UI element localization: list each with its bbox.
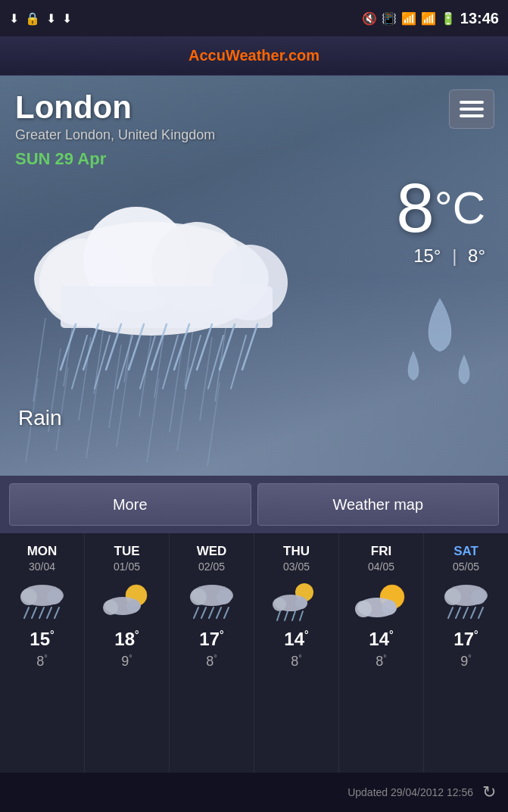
notification-icons: ⬇ 🔒 ⬇ ⬇ bbox=[9, 11, 72, 26]
svg-line-61 bbox=[217, 607, 221, 618]
temperature-scale: C bbox=[453, 182, 485, 234]
svg-point-66 bbox=[295, 597, 307, 609]
forecast-temp-low: 9° bbox=[460, 653, 471, 670]
menu-button[interactable] bbox=[449, 89, 494, 129]
refresh-icon[interactable]: ↻ bbox=[482, 782, 496, 802]
svg-line-36 bbox=[95, 336, 110, 389]
svg-line-39 bbox=[163, 336, 178, 389]
svg-line-82 bbox=[478, 607, 483, 618]
svg-line-81 bbox=[471, 607, 475, 618]
signal-icon: 📶 bbox=[421, 11, 436, 26]
weather-card: London Greater London, United Kingdom SU… bbox=[0, 76, 508, 476]
svg-line-49 bbox=[47, 607, 51, 618]
svg-point-57 bbox=[217, 589, 232, 604]
clock: 13:46 bbox=[460, 10, 499, 27]
forecast-temp-high: 14° bbox=[284, 629, 308, 650]
vibrate-icon: 📳 bbox=[382, 11, 397, 26]
weather-header: London Greater London, United Kingdom SU… bbox=[0, 76, 508, 169]
svg-line-70 bbox=[300, 611, 303, 620]
forecast-temp-low: 8° bbox=[291, 653, 301, 670]
forecast-day-thu: THU 03/05 14° 8° bbox=[254, 533, 339, 773]
svg-line-42 bbox=[231, 336, 246, 389]
weather-condition: Rain bbox=[18, 406, 62, 430]
forecast-temp-high: 17° bbox=[199, 629, 223, 650]
day-date: 05/05 bbox=[453, 561, 479, 573]
svg-line-48 bbox=[39, 607, 44, 618]
cloud-illustration bbox=[15, 195, 303, 392]
day-name: MON bbox=[27, 544, 58, 559]
svg-line-34 bbox=[242, 324, 257, 370]
app-title: AccuWeather.com bbox=[189, 47, 319, 64]
temp-low: 8° bbox=[468, 245, 485, 266]
day-name: TUE bbox=[114, 544, 140, 559]
status-bar: ⬇ 🔒 ⬇ ⬇ 🔇 📳 📶 📶 🔋 13:46 bbox=[0, 0, 508, 36]
temperature-value: 8 bbox=[397, 174, 435, 242]
svg-line-41 bbox=[208, 336, 223, 389]
lock-icon: 🔒 bbox=[25, 11, 40, 26]
forecast-icon-partly-sunny bbox=[100, 580, 154, 623]
svg-point-73 bbox=[355, 601, 372, 617]
svg-line-58 bbox=[194, 607, 198, 618]
day-name: WED bbox=[197, 544, 227, 559]
day-date: 04/05 bbox=[368, 561, 394, 573]
download-icon-2: ⬇ bbox=[46, 11, 56, 26]
download-icon-3: ⬇ bbox=[62, 11, 72, 26]
svg-line-59 bbox=[201, 607, 206, 618]
day-date: 30/04 bbox=[29, 561, 55, 573]
svg-line-27 bbox=[83, 324, 98, 370]
svg-point-56 bbox=[190, 589, 207, 605]
svg-line-50 bbox=[55, 607, 59, 618]
svg-line-67 bbox=[277, 611, 280, 620]
svg-rect-25 bbox=[61, 286, 273, 328]
svg-line-33 bbox=[220, 324, 235, 370]
system-icons: 🔇 📳 📶 📶 🔋 13:46 bbox=[362, 10, 499, 27]
menu-line-2 bbox=[460, 108, 484, 111]
svg-point-44 bbox=[20, 589, 37, 605]
svg-point-53 bbox=[103, 600, 118, 615]
svg-point-45 bbox=[47, 589, 62, 604]
svg-line-38 bbox=[140, 336, 155, 389]
forecast-temp-low: 8° bbox=[376, 653, 386, 670]
forecast-temp-high: 15° bbox=[30, 629, 54, 650]
forecast-temp-high: 14° bbox=[369, 629, 393, 650]
forecast-icon-rainy bbox=[439, 580, 494, 623]
svg-line-78 bbox=[448, 607, 453, 618]
temp-high: 15° bbox=[413, 245, 441, 266]
weather-map-button[interactable]: Weather map bbox=[257, 483, 500, 526]
forecast-icon-rainy bbox=[185, 580, 239, 623]
forecast-day-wed: WED 02/05 17° 8° bbox=[170, 533, 254, 773]
app-name: AccuWeather bbox=[189, 47, 284, 64]
svg-line-26 bbox=[61, 324, 76, 370]
svg-line-37 bbox=[117, 336, 132, 389]
svg-point-74 bbox=[382, 600, 397, 615]
svg-line-69 bbox=[292, 611, 295, 620]
svg-line-68 bbox=[285, 611, 288, 620]
svg-point-76 bbox=[444, 589, 461, 605]
forecast-temp-low: 9° bbox=[121, 653, 132, 670]
forecast-day-mon: MON 30/04 15° 8° bbox=[0, 533, 85, 773]
temperature-unit: ° bbox=[435, 182, 453, 234]
forecast-day-tue: TUE 01/05 18° 9° bbox=[85, 533, 170, 773]
svg-line-35 bbox=[72, 336, 87, 389]
wifi-icon: 📶 bbox=[401, 11, 416, 26]
menu-line-3 bbox=[460, 114, 484, 117]
svg-line-79 bbox=[456, 607, 460, 618]
forecast-temp-high: 18° bbox=[114, 629, 139, 650]
battery-icon: 🔋 bbox=[441, 11, 456, 26]
action-buttons-row: More Weather map bbox=[0, 476, 508, 533]
water-drops bbox=[394, 291, 485, 415]
app-title-bar: AccuWeather.com bbox=[0, 36, 508, 76]
day-name: FRI bbox=[371, 544, 391, 559]
more-button[interactable]: More bbox=[9, 483, 251, 526]
forecast-icon-sunny-cloudy bbox=[354, 580, 409, 623]
app-domain: .com bbox=[284, 47, 319, 64]
svg-line-40 bbox=[185, 336, 201, 389]
forecast-temp-high: 17° bbox=[453, 629, 478, 650]
day-date: 01/05 bbox=[114, 561, 140, 573]
svg-line-46 bbox=[24, 607, 29, 618]
last-updated: Updated 29/04/2012 12:56 bbox=[347, 786, 473, 798]
footer: Updated 29/04/2012 12:56 ↻ bbox=[0, 773, 508, 812]
day-name: THU bbox=[283, 544, 310, 559]
city-region: Greater London, United Kingdom bbox=[15, 127, 493, 143]
download-icon-1: ⬇ bbox=[9, 11, 19, 26]
